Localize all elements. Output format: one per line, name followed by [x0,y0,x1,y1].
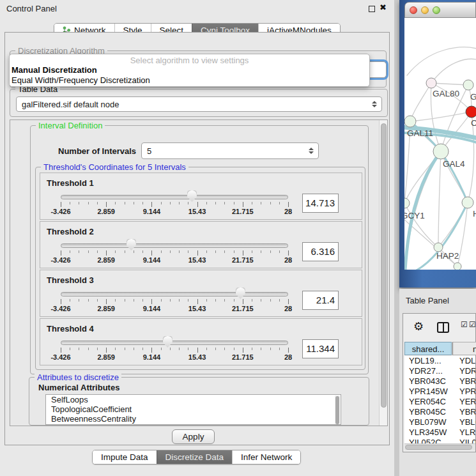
horizontal-scrollbar[interactable] [404,443,475,450]
cell-shared-name: YLR345W [409,427,447,438]
table-row[interactable]: YPR145WYPR1 [404,387,475,397]
network-canvas[interactable]: GAL80GACGAL11GAL4GCY1HHAP2 [404,18,476,270]
window-titlebar[interactable] [404,2,476,18]
zoom-button[interactable] [433,6,440,14]
tick-label: 9.144 [143,208,161,215]
scrollbar-thumb[interactable] [405,445,472,450]
tab-infer-network[interactable]: Infer Network [232,450,300,464]
network-edge[interactable] [410,112,472,121]
table-row[interactable]: YDL19...YDL1 [404,356,475,366]
tick-label: 15.43 [188,353,206,361]
tick-label: -3.426 [50,208,70,215]
tick-label: 28 [284,353,292,361]
network-edge[interactable] [431,83,468,85]
network-node-c[interactable] [466,106,476,118]
vertical-scrollbar[interactable] [379,120,387,426]
minimize-button[interactable] [421,6,429,14]
network-edge[interactable] [407,47,476,75]
slider-thumb[interactable] [236,288,245,299]
threshold-value-field[interactable]: 21.4 [302,291,339,310]
network-edge[interactable] [431,59,476,83]
attributes-group: Attributes to discretize Numerical Attri… [29,377,369,426]
scrollbar-thumb[interactable] [335,396,339,424]
tick-label: 28 [284,305,292,312]
cell-shared-name: YPR145W [409,387,448,397]
table-panel: Table Panel ⚙ ☑ ☑ shared... na YDL19...Y… [399,289,476,476]
close-icon[interactable]: ✖ [380,3,387,12]
float-window-icon[interactable] [369,6,375,12]
tick-label: 21.715 [232,353,254,361]
dropdown-hint: Select algorithm to view settings [10,56,369,65]
tab-label: Discretize Data [165,452,224,462]
slider-thumb[interactable] [187,190,197,202]
network-node[interactable] [454,263,461,270]
network-view-window: GAL80GACGAL11GAL4GCY1HHAP2 [399,0,476,288]
number-of-intervals-combobox[interactable]: 5 [141,142,319,159]
node-label: GCY1 [404,211,425,220]
table-header-row: shared... na [404,342,475,355]
cell-name: YBR0 [459,407,475,417]
attribute-item-betweennesscentrality[interactable]: BetweennessCentrality [46,414,341,424]
scrollbar-thumb[interactable] [381,123,387,408]
table-row[interactable]: YLR345WYLR3 [404,427,475,438]
slider-track[interactable] [61,195,288,199]
table-row[interactable]: YBL079WYBL0 [404,417,475,427]
threshold-panel-1: Threshold 1-3.4262.8599.14415.4321.71528… [40,173,362,220]
list-scrollbar[interactable] [335,395,340,425]
table-data-combobox[interactable]: galFiltered.sif default node [16,96,382,112]
attribute-item-selfloops[interactable]: SelfLoops [46,395,341,404]
network-node-gal11[interactable] [404,116,416,127]
table-toolbar: ⚙ ☑ ☑ [403,314,475,341]
table-row[interactable]: YBR045CYBR0 [404,407,475,417]
node-label: HAP2 [436,251,459,261]
dropdown-options: Manual DiscretizationEqual Width/Frequen… [10,65,369,86]
cell-name: YBL0 [459,417,475,427]
network-node-h[interactable] [462,197,473,208]
threshold-value-field[interactable]: 14.713 [302,194,339,213]
dropdown-option-equal-width-frequency-discretization[interactable]: Equal Width/Frequency Discretization [10,75,369,86]
tab-discretize-data[interactable]: Discretize Data [157,450,233,464]
tick-label: 2.859 [97,208,115,215]
node-label: H [473,209,476,219]
slider-track[interactable] [61,292,288,296]
apply-button[interactable]: Apply [172,429,215,444]
threshold-value-field[interactable]: 11.344 [302,339,339,358]
gear-icon[interactable]: ⚙ [413,319,424,333]
network-edge[interactable] [410,83,431,121]
network-node-gcy1[interactable] [404,198,410,208]
checkbox-icon[interactable]: ☑ [461,320,468,329]
settings-scroll-area: Interval Definition Number of Intervals … [10,119,388,426]
network-node-gal80[interactable] [426,78,436,88]
dropdown-option-manual-discretization[interactable]: Manual Discretization [10,65,369,75]
slider-thumb[interactable] [163,336,173,348]
control-panel-title: Control Panel [6,4,57,13]
tick-label: -3.426 [50,353,70,361]
tick-label: 15.43 [188,305,206,312]
table-row[interactable]: YER054CYER0 [404,397,475,407]
close-button[interactable] [410,6,417,14]
tick-label: 2.859 [97,305,115,312]
slider-track[interactable] [61,341,288,345]
tick-label: 9.144 [143,353,161,361]
column-header-shared-name[interactable]: shared... [404,342,452,355]
network-edge[interactable] [438,203,468,247]
table-row[interactable]: YBR043CYBR0 [404,376,475,387]
checkbox-icon[interactable]: ☑ [469,320,476,329]
columns-icon[interactable] [437,322,449,333]
network-node-ga[interactable] [463,80,473,90]
group-title: Threshold's Coordinates for 5 Intervals [41,162,188,172]
tick-label: 28 [284,208,292,215]
network-node-hap2[interactable] [434,243,443,252]
cell-shared-name: YDR27... [409,366,443,376]
threshold-value-field[interactable]: 6.316 [302,242,339,261]
tab-impute-data[interactable]: Impute Data [93,450,157,464]
slider-thumb[interactable] [127,239,136,250]
attribute-item-topologicalcoefficient[interactable]: TopologicalCoefficient [46,404,341,414]
table-row[interactable]: YDR27...YDR2 [404,366,475,376]
network-node-gal4[interactable] [433,144,449,159]
number-of-intervals-value: 5 [147,146,151,156]
column-header-name[interactable]: na [452,342,476,355]
cyni-toolbox-panel: Discretization Algorithm Select algorith… [4,32,390,445]
network-edge[interactable] [438,151,441,247]
slider-track[interactable] [61,243,288,248]
